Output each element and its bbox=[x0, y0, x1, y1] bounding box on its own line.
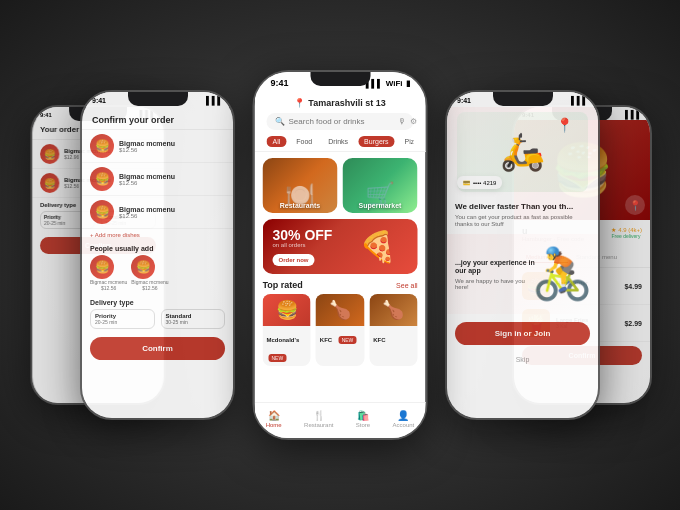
sign-in-button[interactable]: Sign in or Join bbox=[455, 322, 590, 345]
your-food-icon-2: 🍔 bbox=[40, 173, 59, 193]
location-marker: 📍 bbox=[556, 117, 573, 133]
supermarket-label: Supermarket bbox=[343, 202, 418, 209]
notch-left1 bbox=[128, 92, 188, 106]
delivery-title: Delivery type bbox=[90, 299, 225, 306]
app-promo-section: 🚴 ...joy your experience in our app We a… bbox=[447, 234, 598, 314]
tab-drinks[interactable]: Drinks bbox=[322, 136, 354, 147]
confirm-button-left1[interactable]: Confirm bbox=[90, 337, 225, 360]
kfc1-name: KFC bbox=[320, 337, 332, 343]
search-bar[interactable]: 🔍 🎙 ⚙ bbox=[267, 113, 414, 130]
search-input[interactable] bbox=[289, 117, 394, 126]
standard-time: 30-25 min bbox=[166, 319, 221, 325]
delivery-heading: We deliver faster Than you th... bbox=[455, 202, 590, 212]
restaurants-label: Restaurants bbox=[263, 202, 338, 209]
delivery-priority[interactable]: Priority 20-25 min bbox=[90, 309, 155, 329]
filter-icon: ⚙ bbox=[410, 117, 417, 126]
center-screen: 9:41 ▌▌▌ WiFi ▮ 📍 Tamarashvili st 13 🔍 🎙… bbox=[255, 72, 426, 438]
notch-center bbox=[310, 72, 370, 86]
tab-pizza[interactable]: Pizza bbox=[399, 136, 414, 147]
location-bar[interactable]: 📍 Tamarashvili st 13 bbox=[267, 98, 414, 108]
center-header: 📍 Tamarashvili st 13 🔍 🎙 ⚙ All Food Drin… bbox=[255, 90, 426, 152]
time-right1: 9:41 bbox=[457, 97, 471, 104]
kfc1-badge: NEW bbox=[339, 336, 357, 344]
kfc2-image: 🍗 bbox=[369, 294, 417, 326]
food-icon-1: 🍔 bbox=[90, 134, 114, 158]
tab-burgers[interactable]: Burgers bbox=[358, 136, 395, 147]
confirm-order-title: Confirm your order bbox=[82, 107, 233, 130]
priority-time: 20-25 min bbox=[95, 319, 150, 325]
see-all-link[interactable]: See all bbox=[396, 282, 417, 289]
signal-icon-r1: ▌▌▌ bbox=[571, 96, 588, 105]
time-center: 9:41 bbox=[271, 78, 289, 88]
people-title: People usually add bbox=[90, 245, 225, 252]
nav-home[interactable]: 🏠 Home bbox=[266, 410, 282, 428]
tab-all[interactable]: All bbox=[267, 136, 287, 147]
promo-banner[interactable]: 30% OFF on all orders Order now 🍕 bbox=[263, 219, 418, 274]
item-details-2: Bigmac mcmenu $12.56 bbox=[119, 173, 225, 186]
restaurant-mcdonalds[interactable]: 🍔 Mcdonald's NEW bbox=[263, 294, 311, 366]
restaurant-kfc2[interactable]: 🍗 KFC bbox=[369, 294, 417, 366]
promo-food-image: 🍕 bbox=[343, 219, 413, 274]
item-details-1: Bigmac mcmenu $12.56 bbox=[119, 140, 225, 153]
person-price-1: $12.56 bbox=[90, 285, 127, 291]
location-pin-icon: 📍 bbox=[294, 98, 305, 108]
app-promo-heading: ...joy your experience in our app bbox=[455, 259, 537, 276]
nav-restaurant-label: Restaurant bbox=[304, 422, 333, 428]
nav-restaurant[interactable]: 🍴 Restaurant bbox=[304, 410, 333, 428]
battery-icon: ▮ bbox=[406, 79, 410, 88]
person-2: 🍔 Bigmac mcmenu $12.56 bbox=[131, 255, 168, 291]
food-icon-2: 🍔 bbox=[90, 167, 114, 191]
category-grid: 🍽️ Restaurants 🛒 Supermarket bbox=[255, 152, 426, 219]
hamburger-price: $4.99 bbox=[624, 283, 642, 290]
add-more-link[interactable]: + Add more dishes bbox=[82, 229, 233, 241]
item-details-3: Bigmac mcmenu $12.56 bbox=[119, 206, 225, 219]
status-icons-left1: ▌▌▌ bbox=[206, 96, 223, 105]
item-price-2: $12.56 bbox=[119, 180, 225, 186]
restaurant-kfc1[interactable]: 🍗 KFC NEW bbox=[316, 294, 364, 366]
status-bar-center: 9:41 ▌▌▌ WiFi ▮ bbox=[255, 72, 426, 90]
scooter-emoji: 🛵 bbox=[500, 131, 545, 173]
promo-percent: 30% OFF bbox=[273, 228, 333, 242]
your-food-icon-1: 🍔 bbox=[40, 144, 59, 164]
order-now-button[interactable]: Order now bbox=[273, 254, 315, 266]
delivery-illustration: 🛵 📍 💳 •••• 4219 bbox=[447, 107, 598, 197]
mcdonalds-name: Mcdonald's bbox=[267, 337, 300, 343]
time-left1: 9:41 bbox=[92, 97, 106, 104]
tab-food[interactable]: Food bbox=[290, 136, 318, 147]
delivery-options: Priority 20-25 min Standard 30-25 min bbox=[90, 309, 225, 329]
restaurant-icon: 🍴 bbox=[313, 410, 325, 421]
delivery-card-text: •••• 4219 bbox=[473, 180, 496, 186]
kfc1-image: 🍗 bbox=[316, 294, 364, 326]
delivery-card: 💳 •••• 4219 bbox=[457, 176, 502, 189]
nav-account[interactable]: 👤 Account bbox=[393, 410, 415, 428]
hero-location-btn[interactable]: 📍 bbox=[625, 195, 645, 215]
nav-store[interactable]: 🛍️ Store bbox=[356, 410, 370, 428]
item-price-1: $12.56 bbox=[119, 147, 225, 153]
mcdonalds-image: 🍔 bbox=[263, 294, 311, 326]
food-icon-3: 🍔 bbox=[90, 200, 114, 224]
item-name-3: Bigmac mcmenu bbox=[119, 206, 225, 213]
status-icons-right1: ▌▌▌ bbox=[571, 96, 588, 105]
nav-account-label: Account bbox=[393, 422, 415, 428]
mic-icon: 🎙 bbox=[398, 117, 406, 126]
item-name-1: Bigmac mcmenu bbox=[119, 140, 225, 147]
person-food-1: 🍔 bbox=[90, 255, 114, 279]
order-item-1: 🍔 Bigmac mcmenu $12.56 bbox=[82, 130, 233, 163]
left1-phone: 9:41 ▌▌▌ Confirm your order 🍔 Bigmac mcm… bbox=[80, 90, 235, 420]
person-1: 🍔 Bigmac mcmenu $12.56 bbox=[90, 255, 127, 291]
location-text: Tamarashvili st 13 bbox=[308, 98, 385, 108]
category-tabs: All Food Drinks Burgers Pizza Dessert bbox=[267, 136, 414, 147]
people-section: People usually add 🍔 Bigmac mcmenu $12.5… bbox=[82, 241, 233, 295]
app-promo-subtext: We are happy to have you here! bbox=[455, 278, 537, 290]
right1-phone: 9:41 ▌▌▌ 🛵 📍 💳 •••• 4219 We deliver fast… bbox=[445, 90, 600, 420]
mcdonalds-badge: NEW bbox=[269, 354, 287, 362]
credit-card-icon: 💳 bbox=[463, 179, 470, 186]
signal-icon-r2: ▌▌▌ bbox=[625, 110, 642, 119]
category-card-restaurants[interactable]: 🍽️ Restaurants bbox=[263, 158, 338, 213]
top-rated-header: Top rated See all bbox=[255, 280, 426, 294]
category-card-supermarket[interactable]: 🛒 Supermarket bbox=[343, 158, 418, 213]
time-left2: 9:41 bbox=[40, 112, 52, 118]
delivery-standard[interactable]: Standard 30-25 min bbox=[161, 309, 226, 329]
skip-link[interactable]: Skip bbox=[447, 353, 598, 366]
mcdonalds-info: Mcdonald's NEW bbox=[263, 326, 311, 366]
